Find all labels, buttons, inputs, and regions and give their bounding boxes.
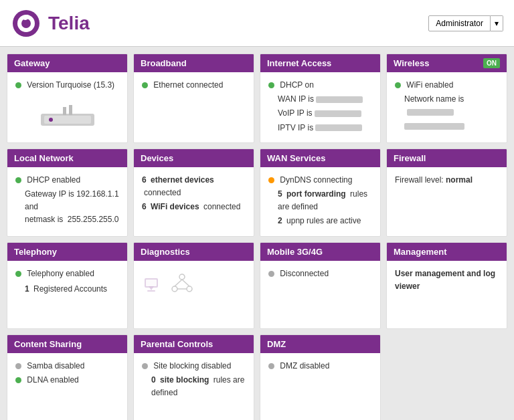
dmz-status-row: DMZ disabled [268, 360, 372, 373]
firewall-level-row: Firewall level: normal [395, 174, 499, 187]
internet-wan-value [316, 96, 363, 103]
logo-text: Telia [48, 13, 90, 34]
accounts-label: Registered Accounts [33, 284, 107, 294]
management-header: Management [387, 243, 507, 261]
dmz-header: DMZ [260, 335, 380, 353]
mobile-status-row: Disconnected [268, 268, 372, 280]
internet-voip-value [315, 110, 361, 117]
gateway-card: Gateway Version Turquoise (15.3) [7, 54, 128, 143]
telephony-accounts-row: 1 Registered Accounts [25, 283, 119, 296]
local-netmask-row: netmask is 255.255.255.0 [25, 213, 119, 226]
svg-marker-11 [149, 286, 154, 290]
dmz-status: DMZ disabled [280, 361, 329, 371]
upnp-row: 2 upnp rules are active [278, 215, 372, 227]
wireless-on-badge: ON [483, 58, 500, 68]
samba-row: Samba disabled [15, 360, 119, 373]
local-dhcp-label: DHCP enabled [27, 175, 80, 185]
content-sharing-header: Content Sharing [7, 335, 127, 353]
management-label: User management and log viewer [395, 269, 495, 291]
broadband-title: Broadband [141, 58, 187, 68]
wireless-ssid-value [404, 123, 464, 130]
svg-point-8 [49, 118, 53, 122]
mobile-card: Mobile 3G/4G Disconnected [260, 242, 381, 329]
svg-rect-10 [146, 280, 157, 286]
wan-services-header: WAN Services [260, 149, 380, 167]
content-sharing-body: Samba disabled DLNA enabled [7, 353, 127, 395]
internet-iptv-value [315, 124, 362, 131]
wireless-title: Wireless [394, 58, 429, 68]
wireless-card: Wireless ON WiFi enabled Network name is [386, 54, 507, 143]
telephony-card: Telephony Telephony enabled 1 Registered… [7, 242, 128, 329]
broadband-card: Broadband Ethernet connected [133, 54, 254, 143]
parental-controls-header: Parental Controls [134, 335, 254, 353]
management-label-row: User management and log viewer [395, 268, 499, 293]
local-dhcp-row: DHCP enabled [15, 174, 119, 187]
firewall-title: Firewall [394, 153, 426, 163]
wan-services-card: WAN Services DynDNS connecting 5 port fo… [260, 148, 381, 237]
internet-dot [268, 82, 274, 88]
logo-area: Telia [11, 8, 90, 39]
port-fwd-count: 5 [278, 189, 282, 199]
admin-button[interactable]: Administrator [428, 15, 491, 31]
devices-header: Devices [134, 149, 254, 167]
wireless-header: Wireless ON [387, 54, 507, 72]
internet-access-title: Internet Access [267, 58, 331, 68]
wireless-wifi-row: WiFi enabled [395, 79, 499, 92]
local-gateway-ip: 192.168.1.1 [76, 189, 118, 199]
internet-voip-row: VoIP IP is [268, 107, 372, 120]
parental-controls-card: Parental Controls Site blocking disabled… [133, 334, 254, 421]
management-card: Management User management and log viewe… [386, 242, 507, 329]
site-blocking-label: Site blocking disabled [153, 361, 231, 371]
wan-services-title: WAN Services [267, 153, 325, 163]
mobile-dot [268, 271, 274, 277]
site-blocking-row: Site blocking disabled [142, 360, 246, 373]
rules-row: 0 site blocking rules are defined [151, 374, 246, 399]
telephony-dot [15, 271, 21, 277]
local-network-body: DHCP enabled Gateway IP is 192.168.1.1 a… [7, 167, 127, 233]
local-netmask: 255.255.255.0 [68, 215, 119, 224]
diagnostics-network-icon [171, 273, 194, 293]
port-fwd-row: 5 port forwarding rules are defined [278, 188, 372, 213]
wifi-label: WiFi devices [151, 202, 199, 211]
firewall-body: Firewall level: normal [387, 167, 507, 195]
svg-line-17 [182, 280, 189, 286]
upnp-label: upnp rules are active [286, 216, 361, 225]
firewall-level-value: normal [446, 175, 473, 185]
wireless-dot [395, 82, 401, 88]
devices-body: 6 ethernet devices connected 6 WiFi devi… [134, 167, 254, 222]
firewall-level-prefix: Firewall level: [395, 175, 446, 185]
telephony-body: Telephony enabled 1 Registered Accounts [7, 261, 127, 304]
mobile-body: Disconnected [260, 261, 380, 288]
dlna-label: DLNA enabled [27, 375, 78, 385]
firewall-header: Firewall [387, 149, 507, 167]
wifi-devices-row: 6 WiFi devices connected [142, 201, 246, 213]
port-fwd-label: port forwarding [286, 189, 346, 199]
local-network-card: Local Network DHCP enabled Gateway IP is… [7, 148, 128, 237]
admin-area: Administrator ▾ [428, 15, 503, 31]
dyndns-dot [268, 177, 274, 183]
gateway-header: Gateway [7, 54, 127, 72]
parental-controls-body: Site blocking disabled 0 site blocking r… [134, 353, 254, 408]
wireless-body: WiFi enabled Network name is [387, 72, 507, 140]
local-network-header: Local Network [7, 149, 127, 167]
mobile-status: Disconnected [280, 269, 329, 278]
internet-iptv-row: IPTV IP is [268, 122, 372, 134]
svg-rect-7 [69, 105, 72, 115]
wifi-suffix: connected [203, 202, 240, 211]
router-image-area [15, 97, 119, 130]
svg-point-14 [172, 286, 177, 292]
rules-count: 0 [151, 375, 156, 385]
dmz-card: DMZ DMZ disabled [260, 334, 381, 421]
telia-logo-icon [11, 8, 41, 39]
dashboard-grid: Gateway Version Turquoise (15.3) [7, 54, 507, 420]
router-image [37, 97, 98, 130]
dmz-title: DMZ [267, 339, 286, 349]
wireless-network-value [407, 109, 454, 116]
admin-dropdown-button[interactable]: ▾ [491, 15, 503, 31]
ethernet-suffix: connected [144, 188, 181, 197]
mobile-header: Mobile 3G/4G [260, 243, 380, 261]
rules-label: site blocking [160, 375, 209, 385]
dmz-dot [268, 363, 274, 369]
internet-access-body: DHCP on WAN IP is VoIP IP is IPTV IP is [260, 72, 380, 142]
diagnostics-body [134, 261, 254, 300]
